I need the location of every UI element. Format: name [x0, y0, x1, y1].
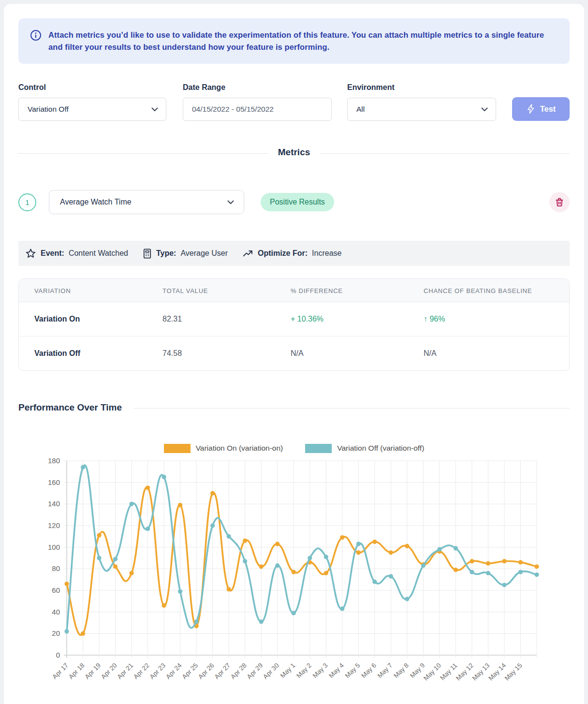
- svg-text:Apr 21: Apr 21: [116, 662, 134, 681]
- performance-section-header: Performance Over Time: [18, 402, 570, 413]
- metric-select[interactable]: Average Watch Time: [49, 190, 244, 214]
- chevron-down-icon: [227, 200, 234, 205]
- table-cell: Variation On: [19, 302, 147, 336]
- performance-chart-svg: 020406080100120140160180Apr 17Apr 18Apr …: [18, 457, 570, 702]
- svg-text:160: 160: [48, 478, 60, 486]
- data-point: [178, 503, 182, 507]
- data-point: [454, 568, 458, 572]
- table-header-cell: TOTAL VALUE: [147, 279, 275, 302]
- legend-label: Variation Off (variation-off): [337, 444, 424, 453]
- test-button[interactable]: Test: [512, 97, 570, 121]
- chevron-down-icon: [151, 107, 158, 112]
- calculator-icon: [143, 249, 152, 259]
- data-point: [178, 589, 182, 594]
- data-point: [534, 572, 539, 577]
- svg-text:Apr 27: Apr 27: [213, 662, 232, 681]
- metric-select-value: Average Watch Time: [60, 198, 132, 206]
- svg-text:May 6: May 6: [360, 662, 378, 680]
- legend-item[interactable]: Variation On (variation-on): [164, 443, 283, 453]
- legend-swatch: [164, 444, 191, 453]
- info-icon: [30, 29, 42, 41]
- variations-table: VARIATIONTOTAL VALUE% DIFFERENCECHANCE O…: [18, 279, 570, 371]
- svg-text:Apr 18: Apr 18: [67, 662, 86, 681]
- svg-text:Apr 25: Apr 25: [181, 662, 200, 681]
- lightning-bolt-icon: [526, 104, 535, 114]
- svg-text:0: 0: [56, 651, 60, 659]
- environment-select[interactable]: All: [347, 98, 496, 121]
- data-point: [64, 582, 69, 586]
- data-point: [389, 550, 393, 555]
- data-point: [502, 559, 506, 563]
- metric-optimize-detail: Optimize For: Increase: [242, 248, 341, 259]
- date-range-input[interactable]: 04/15/2022 - 05/15/2022: [183, 98, 332, 121]
- data-point: [356, 542, 361, 546]
- data-point: [518, 570, 523, 574]
- table-header-cell: VARIATION: [19, 279, 147, 302]
- data-point: [113, 557, 118, 561]
- date-range-value: 04/15/2022 - 05/15/2022: [192, 105, 274, 114]
- data-point: [243, 539, 247, 543]
- data-point: [324, 571, 328, 575]
- metric-index-badge: 1: [18, 193, 36, 211]
- table-cell: N/A: [275, 337, 408, 370]
- control-label: Control: [18, 83, 166, 92]
- data-point: [405, 544, 409, 548]
- data-point: [243, 559, 247, 563]
- data-point: [81, 465, 85, 469]
- trend-up-icon: [242, 248, 253, 259]
- svg-text:Apr 24: Apr 24: [164, 661, 183, 680]
- chevron-down-icon: [481, 107, 488, 112]
- section-rule: [133, 408, 570, 409]
- data-point: [470, 559, 474, 563]
- svg-text:Apr 30: Apr 30: [262, 662, 280, 681]
- svg-text:May 10: May 10: [422, 662, 442, 682]
- data-point: [275, 563, 279, 568]
- svg-text:100: 100: [48, 543, 60, 551]
- data-point: [292, 570, 296, 574]
- data-point: [372, 540, 377, 544]
- svg-text:80: 80: [52, 564, 60, 572]
- legend-swatch: [305, 444, 332, 453]
- data-point: [64, 629, 69, 633]
- svg-text:May 5: May 5: [344, 662, 362, 680]
- svg-text:60: 60: [52, 586, 60, 594]
- legend-item[interactable]: Variation Off (variation-off): [305, 443, 424, 453]
- data-point: [421, 563, 426, 568]
- data-point: [437, 547, 441, 552]
- data-point: [227, 587, 231, 591]
- metrics-section-title: Metrics: [268, 147, 320, 157]
- data-point: [97, 556, 101, 560]
- data-point: [146, 527, 150, 531]
- table-header-row: VARIATIONTOTAL VALUE% DIFFERENCECHANCE O…: [19, 279, 569, 302]
- svg-text:May 3: May 3: [311, 662, 329, 680]
- data-point: [129, 502, 133, 506]
- delete-metric-button[interactable]: [549, 192, 570, 212]
- table-header-cell: % DIFFERENCE: [275, 279, 408, 302]
- data-point: [275, 542, 279, 546]
- table-cell: 74.58: [147, 337, 275, 370]
- svg-text:May 1: May 1: [279, 662, 297, 680]
- data-point: [146, 485, 150, 490]
- data-point: [227, 534, 231, 539]
- table-cell: + 10.36%: [275, 302, 408, 336]
- control-select[interactable]: Variation Off: [18, 98, 166, 121]
- table-row: Variation On82.31+ 10.36%↑ 96%: [19, 302, 569, 337]
- data-point: [356, 550, 361, 555]
- data-point: [113, 564, 118, 569]
- control-select-value: Variation Off: [28, 105, 69, 114]
- metric-row: 1 Average Watch Time Positive Results: [18, 190, 570, 215]
- data-point: [534, 564, 539, 569]
- data-point: [308, 556, 312, 560]
- svg-text:May 7: May 7: [376, 662, 394, 680]
- performance-chart: 020406080100120140160180Apr 17Apr 18Apr …: [18, 457, 570, 704]
- data-point: [340, 535, 344, 540]
- svg-text:Apr 23: Apr 23: [148, 662, 167, 681]
- test-button-label: Test: [540, 104, 556, 114]
- trash-icon: [554, 197, 565, 207]
- result-status-badge: Positive Results: [261, 193, 334, 211]
- star-icon: [25, 248, 36, 259]
- svg-text:May 15: May 15: [503, 662, 524, 682]
- data-point: [292, 611, 296, 615]
- metric-type-detail: Type: Average User: [143, 249, 228, 259]
- table-cell: N/A: [408, 337, 570, 370]
